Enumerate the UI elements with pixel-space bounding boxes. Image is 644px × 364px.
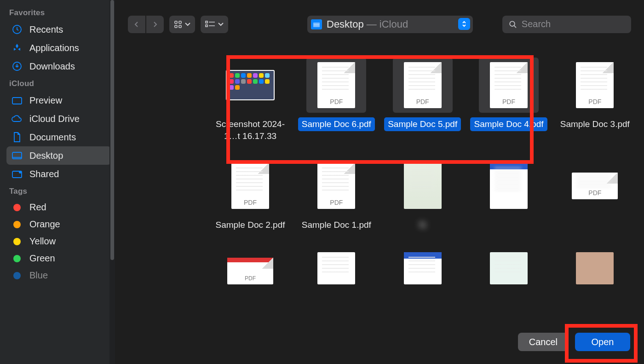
svg-rect-2	[12, 98, 22, 104]
file-item-sample3[interactable]: PDF Sample Doc 3.pdf	[555, 58, 635, 143]
file-item-partial[interactable]	[555, 248, 635, 284]
file-item-sample4[interactable]: PDF Sample Doc 4.pdf	[469, 58, 548, 143]
tag-dot-icon	[13, 238, 21, 245]
chevron-down-icon	[218, 22, 224, 27]
shared-folder-icon	[11, 168, 23, 180]
search-icon	[509, 20, 517, 29]
sidebar-item-label: Desktop	[29, 150, 63, 161]
sidebar-item-desktop[interactable]: Desktop	[6, 146, 111, 165]
sidebar-item-shared[interactable]: Shared	[6, 165, 111, 183]
pdf-thumbnail-icon: PDF	[404, 62, 442, 108]
nav-back-button[interactable]	[128, 16, 145, 33]
desktop-icon	[11, 150, 23, 162]
sidebar-item-label: Documents	[29, 132, 76, 143]
pdf-thumbnail-icon: PDF	[317, 62, 355, 108]
file-item-partial[interactable]	[469, 248, 548, 284]
photo-thumbnail-icon	[576, 252, 614, 284]
sidebar-item-label: Recents	[29, 24, 63, 35]
sidebar-tag-orange[interactable]: Orange	[6, 216, 111, 233]
sidebar-item-label: Orange	[29, 219, 60, 230]
pdf-thumbnail-icon: PDF	[231, 163, 269, 209]
svg-rect-9	[179, 25, 181, 28]
file-name-label	[591, 218, 598, 220]
sidebar-scrollbar-thumb[interactable]	[110, 0, 114, 260]
sidebar-item-label: Red	[29, 202, 46, 213]
preview-folder-icon	[11, 94, 23, 106]
path-popup-button[interactable]: Desktop — iCloud	[307, 16, 473, 33]
tag-dot-icon	[13, 255, 21, 262]
toolbar: Desktop — iCloud	[115, 0, 644, 44]
sidebar-item-downloads[interactable]: Downloads	[6, 57, 111, 75]
file-item-sample6[interactable]: PDF Sample Doc 6.pdf	[297, 58, 376, 143]
tag-dot-icon	[13, 204, 21, 211]
file-item-redacted[interactable]	[469, 158, 548, 232]
sidebar-item-icloud-drive[interactable]: iCloud Drive	[6, 110, 111, 128]
file-item-screenshot[interactable]: Screenshot 2024-1…t 16.17.33	[210, 58, 290, 143]
group-mode-button[interactable]	[201, 16, 228, 33]
sidebar-item-label: Blue	[29, 270, 48, 281]
chevron-down-icon	[185, 22, 190, 27]
sidebar-item-label: Shared	[29, 169, 59, 179]
search-input[interactable]	[522, 19, 625, 29]
sidebar-tag-red[interactable]: Red	[6, 199, 111, 216]
view-mode-button[interactable]	[169, 16, 195, 33]
pdf-thumbnail-icon	[317, 252, 355, 284]
file-item-redacted[interactable]: PDF	[555, 158, 635, 232]
sidebar-tag-blue[interactable]: Blue	[6, 267, 111, 284]
sidebar-item-label: Yellow	[29, 236, 56, 247]
main-panel: Desktop — iCloud Screenshot 202	[115, 0, 644, 364]
svg-rect-7	[179, 21, 181, 23]
sidebar-tag-yellow[interactable]: Yellow	[6, 233, 111, 250]
pdf-thumbnail-icon: PDF	[576, 62, 614, 108]
file-item-redacted[interactable]: N	[383, 158, 462, 232]
open-dialog-window: Favorites Recents Applications Downloads…	[0, 0, 644, 364]
tag-dot-icon	[13, 221, 21, 228]
file-item-partial[interactable]: PDF	[210, 248, 290, 284]
sidebar: Favorites Recents Applications Downloads…	[0, 0, 115, 364]
svg-point-5	[19, 171, 22, 173]
search-field[interactable]	[502, 16, 631, 33]
sidebar-section-favorites: Favorites	[6, 5, 111, 20]
path-suffix: — iCloud	[367, 18, 408, 30]
sidebar-tag-green[interactable]: Green	[6, 250, 111, 267]
file-name-label: Sample Doc 5.pdf	[384, 117, 461, 131]
file-item-sample2[interactable]: PDF Sample Doc 2.pdf	[210, 158, 290, 232]
open-button[interactable]: Open	[575, 333, 630, 351]
pdf-thumbnail-icon: PDF	[572, 173, 618, 199]
download-icon	[11, 60, 23, 72]
nav-forward-button[interactable]	[146, 16, 164, 33]
file-name-label: N	[416, 218, 430, 232]
svg-point-13	[510, 21, 515, 26]
cloud-icon	[11, 113, 23, 125]
applications-icon	[11, 42, 23, 54]
file-name-label: Sample Doc 1.pdf	[298, 218, 375, 232]
sidebar-item-documents[interactable]: Documents	[6, 128, 111, 146]
cancel-button[interactable]: Cancel	[518, 333, 569, 351]
file-item-partial[interactable]	[383, 248, 462, 284]
file-name-label	[505, 218, 512, 220]
file-item-sample1[interactable]: PDF Sample Doc 1.pdf	[297, 158, 376, 232]
document-icon	[11, 131, 23, 143]
svg-rect-10	[206, 21, 207, 23]
sidebar-item-applications[interactable]: Applications	[6, 39, 111, 57]
sidebar-item-preview[interactable]: Preview	[6, 91, 111, 110]
svg-rect-6	[175, 21, 177, 23]
file-name-label: Screenshot 2024-1…t 16.17.33	[210, 117, 290, 143]
sidebar-item-label: iCloud Drive	[29, 114, 80, 124]
pdf-thumbnail-icon: PDF	[490, 62, 528, 108]
sidebar-item-recents[interactable]: Recents	[6, 20, 111, 39]
folder-icon	[311, 19, 322, 29]
file-name-label: Sample Doc 3.pdf	[557, 117, 633, 131]
sidebar-scrollbar[interactable]	[109, 0, 115, 364]
sidebar-item-label: Green	[29, 253, 55, 264]
sidebar-item-label: Applications	[29, 43, 79, 53]
pdf-thumbnail-icon: PDF	[227, 258, 273, 284]
pdf-thumbnail-icon: PDF	[317, 163, 355, 209]
file-item-sample5[interactable]: PDF Sample Doc 5.pdf	[383, 58, 462, 143]
sidebar-item-label: Downloads	[29, 61, 75, 72]
file-browser[interactable]: Screenshot 2024-1…t 16.17.33 PDF Sample …	[115, 44, 644, 320]
clock-icon	[11, 23, 23, 35]
file-item-partial[interactable]	[297, 248, 376, 284]
image-thumbnail-icon	[226, 70, 275, 100]
pdf-thumbnail-icon	[490, 163, 528, 209]
